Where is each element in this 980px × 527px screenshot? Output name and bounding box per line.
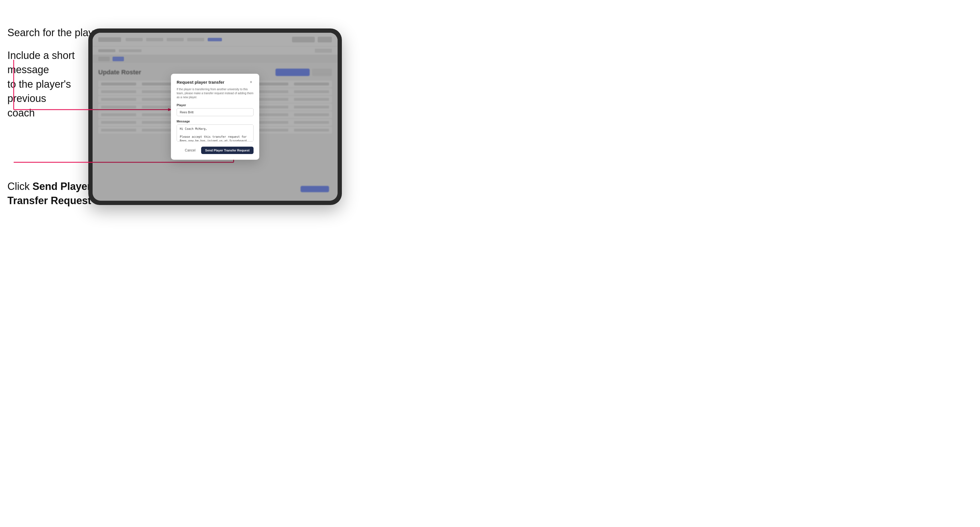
player-label: Player [177, 103, 253, 107]
modal-title: Request player transfer [177, 80, 224, 84]
tablet-device: Update Roster [88, 29, 342, 205]
annotation-message: Include a short message to the player's … [7, 48, 87, 120]
player-input[interactable] [177, 108, 253, 116]
annotation-click: Click Send Player Transfer Request [7, 179, 93, 208]
modal-overlay: Request player transfer × If the player … [92, 33, 337, 201]
cancel-button[interactable]: Cancel [182, 147, 198, 154]
modal-footer: Cancel Send Player Transfer Request [177, 147, 253, 154]
modal-header: Request player transfer × [177, 79, 253, 84]
message-label: Message [177, 119, 253, 123]
tablet-screen: Update Roster [92, 33, 337, 201]
modal-description: If the player is transferring from anoth… [177, 87, 253, 99]
send-transfer-request-button[interactable]: Send Player Transfer Request [201, 147, 253, 154]
close-icon[interactable]: × [248, 79, 253, 84]
request-transfer-modal: Request player transfer × If the player … [171, 74, 259, 160]
message-textarea[interactable]: Hi Coach McHarg, Please accept this tran… [177, 124, 253, 141]
